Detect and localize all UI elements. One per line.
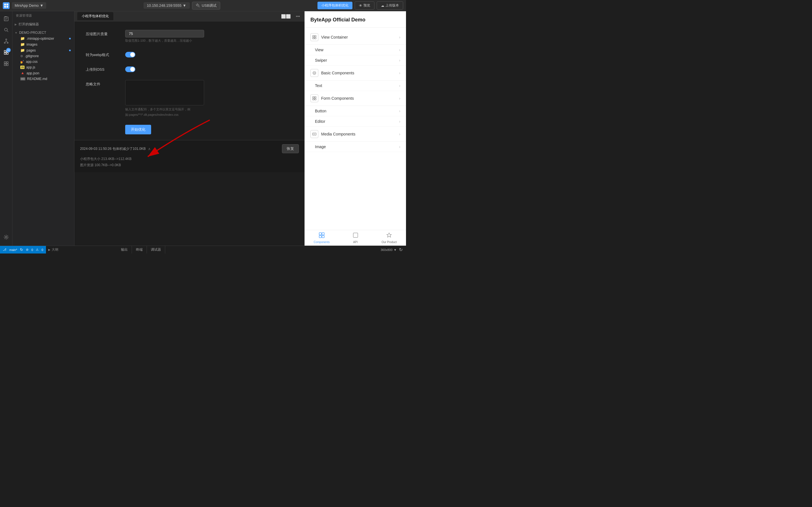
main-tab[interactable]: 小程序包体积优化 [77, 12, 113, 20]
product-nav-icon [386, 232, 392, 240]
restore-button[interactable]: 恢复 [282, 144, 299, 153]
file-tree-app-css[interactable]: 💅 app.css [12, 59, 74, 64]
list-item-text[interactable]: Text › [305, 80, 406, 91]
result-toggle-icon[interactable]: ∧ [148, 147, 151, 151]
file-name: app.css [26, 60, 38, 64]
bottom-tab-debugger[interactable]: 调试器 [147, 246, 165, 254]
result-timestamp: 2024-09-03 11:50:26 包体积减少了101.0KB ∧ [80, 147, 151, 151]
sidebar-item-extensions[interactable]: 16 [1, 47, 11, 57]
view-container-label: View Container [321, 35, 396, 40]
result-time-label: 2024-09-03 11:50:26 包体积减少了101.0KB [80, 147, 146, 151]
usb-debug-button[interactable]: 🔌 USB调试 [192, 2, 220, 10]
compression-input[interactable] [125, 30, 204, 38]
warnings-count[interactable]: 0 [42, 248, 43, 251]
nav-tab-api[interactable]: API [339, 230, 372, 245]
svg-rect-39 [319, 233, 321, 235]
file-tree-miniapp-optimizer[interactable]: 📁 .miniapp-optimizer [12, 36, 74, 41]
webp-toggle[interactable] [125, 52, 135, 57]
viewport-chevron: ▼ [394, 248, 397, 251]
file-tree-pages[interactable]: 📁 pages [12, 47, 74, 53]
chevron-icon: ▶ [15, 23, 17, 26]
svg-rect-30 [315, 38, 316, 39]
form-components-label: Form Components [321, 96, 396, 101]
bottom-tab-output[interactable]: 输出 [117, 246, 132, 254]
oss-toggle[interactable] [125, 66, 135, 72]
svg-point-13 [7, 42, 8, 43]
bottom-tab-terminal[interactable]: 终端 [132, 246, 147, 254]
file-tree-gitignore[interactable]: ⚙ .gitignore [12, 53, 74, 59]
section-view-container[interactable]: View Container › [305, 30, 406, 45]
folder-icon: 📁 [20, 48, 25, 52]
file-tree-readme[interactable]: MD README.md [12, 76, 74, 82]
sync-icon[interactable]: ↻ [20, 247, 23, 252]
section-media-components[interactable]: Media Components › [305, 127, 406, 142]
app-logo [3, 2, 10, 9]
form-chevron: › [399, 96, 400, 101]
image-label: Image [315, 145, 326, 149]
list-item-view[interactable]: View › [305, 45, 406, 55]
sidebar-item-files[interactable] [1, 13, 11, 24]
nav-tab-components[interactable]: Components [305, 230, 339, 245]
text-label: Text [315, 83, 322, 88]
svg-rect-27 [313, 36, 314, 37]
package-size-info: 小程序包大小 213.4KB-->112.4KB [80, 156, 299, 162]
svg-line-16 [6, 41, 8, 42]
components-nav-label: Components [313, 240, 329, 244]
file-tree-app-json[interactable]: 🔺 app.json [12, 70, 74, 76]
compression-label: 压缩图片质量 [86, 30, 119, 37]
upload-button[interactable]: ☁ 上传版本 [377, 1, 403, 10]
sidebar-item-grid[interactable] [1, 59, 11, 69]
file-tree-images[interactable]: 📁 images [12, 41, 74, 47]
media-components-label: Media Components [321, 132, 396, 136]
usb-icon: 🔌 [196, 3, 200, 8]
svg-rect-24 [6, 64, 8, 66]
json-icon: 🔺 [20, 71, 25, 75]
ip-selector-button[interactable]: 10.150.248.159:5555 ▼ [144, 2, 190, 9]
sidebar-item-search[interactable] [1, 25, 11, 35]
svg-rect-20 [6, 53, 8, 54]
view-label: View [315, 48, 323, 52]
list-item-editor[interactable]: Editor › [305, 116, 406, 127]
more-options-button[interactable]: ••• [294, 13, 302, 19]
file-name: pages [27, 48, 36, 52]
file-name: images [27, 43, 38, 47]
media-chevron: › [399, 132, 400, 136]
content-tabs: 小程序包体积优化 ⬜⬜ ••• [74, 11, 305, 21]
sidebar-item-settings[interactable] [1, 233, 11, 243]
file-tree-title: 资源管理器 [16, 13, 32, 18]
svg-rect-28 [315, 36, 316, 37]
optimize-button[interactable]: 小程序包体积优化 [317, 2, 352, 9]
list-item-button[interactable]: Button › [305, 106, 406, 116]
list-item-swiper[interactable]: Swiper › [305, 55, 406, 66]
project-header[interactable]: ▼ DEMO-PROJECT [12, 30, 74, 36]
file-tree-app-js[interactable]: JS app.js [12, 64, 74, 70]
open-editors-header[interactable]: ▶ 打开的编辑器 [12, 21, 74, 27]
errors-count[interactable]: 0 [31, 248, 33, 251]
nav-tab-product[interactable]: Our Product [372, 230, 406, 245]
outline-label[interactable]: 大纲 [52, 247, 58, 252]
list-item-image[interactable]: Image › [305, 142, 406, 152]
branch-label[interactable]: main* [9, 248, 17, 251]
svg-rect-35 [313, 99, 314, 100]
svg-point-25 [5, 236, 7, 238]
svg-rect-29 [313, 38, 314, 39]
refresh-button[interactable]: ↻ [399, 247, 403, 252]
view-container-chevron: › [399, 35, 400, 40]
start-optimize-button[interactable]: 开始优化 [125, 125, 151, 134]
button-label: Button [315, 109, 326, 113]
app-name-button[interactable]: MiniApp Demo ▼ [12, 2, 46, 9]
split-editor-button[interactable]: ⬜⬜ [280, 13, 292, 19]
right-panel-nav: Components API Our Product [305, 230, 406, 245]
preview-button[interactable]: 👁 预览 [355, 1, 374, 10]
sidebar-item-git[interactable] [1, 36, 11, 46]
main-layout: 16 资源管理器 ▶ 打开的编辑器 ▼ DEMO-PROJECT 📁 [0, 11, 406, 245]
svg-rect-23 [4, 64, 6, 66]
viewport-button[interactable]: 360x800 ▼ [380, 248, 397, 251]
ignore-textarea[interactable] [125, 80, 204, 105]
dot-indicator [69, 38, 71, 40]
compression-hint: 取值范围1-100，数字越大，质量越高，压缩越小 [125, 39, 293, 43]
section-form-components[interactable]: Form Components › [305, 91, 406, 106]
svg-point-32 [314, 73, 315, 73]
project-label: DEMO-PROJECT [19, 31, 46, 35]
section-basic-components[interactable]: Basic Components › [305, 66, 406, 80]
